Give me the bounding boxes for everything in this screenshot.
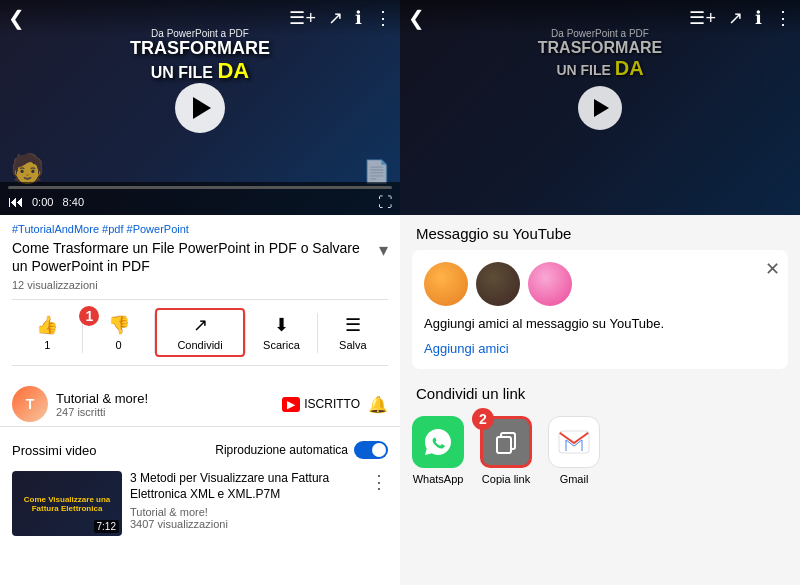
close-card-button[interactable]: ✕	[765, 258, 780, 280]
related-video-thumb: Come Visualizzare una Fattura Elettronic…	[12, 471, 122, 536]
whatsapp-label: WhatsApp	[413, 473, 464, 485]
auto-play-toggle[interactable]	[354, 441, 388, 459]
right-video-title-overlay: TRASFORMAREUN FILE DA	[400, 39, 800, 79]
share-section: Messaggio su YouTube ✕ Aggiungi amici al…	[400, 215, 800, 585]
like-icon: 👍	[36, 314, 58, 336]
right-panel: Da PowerPoint a PDF TRASFORMAREUN FILE D…	[400, 0, 800, 585]
hashtags[interactable]: #TutorialAndMore #pdf #PowerPoint	[12, 223, 388, 235]
right-video-player[interactable]: Da PowerPoint a PDF TRASFORMAREUN FILE D…	[400, 0, 800, 215]
left-panel: ❮ ☰+ ↗ ℹ ⋮ Da PowerPoint a PDF TRASFORMA…	[0, 0, 400, 585]
right-more-icon[interactable]: ⋮	[774, 7, 792, 29]
auto-play-row: Riproduzione automatica	[215, 441, 388, 459]
condividi-link-header: Condividi un link	[400, 377, 800, 408]
share-apps-row: WhatsApp 2 Copia link	[400, 408, 800, 493]
video-title-overlay: TRASFORMAREUN FILE DA	[0, 39, 400, 83]
right-play-button[interactable]	[578, 86, 622, 130]
skip-back-icon[interactable]: ⏮	[8, 193, 24, 211]
related-video-item[interactable]: Come Visualizzare una Fattura Elettronic…	[0, 465, 400, 542]
save-button[interactable]: ☰ Salva	[318, 314, 388, 351]
video-top-bar: ❮ ☰+ ↗ ℹ ⋮	[0, 0, 400, 36]
toggle-knob	[372, 443, 386, 457]
whatsapp-icon	[412, 416, 464, 468]
whatsapp-share-app[interactable]: WhatsApp	[412, 416, 464, 485]
dislike-count: 0	[116, 339, 122, 351]
more-options-related-icon[interactable]: ⋮	[370, 471, 388, 493]
right-info-icon[interactable]: ℹ	[755, 7, 762, 29]
video-player[interactable]: ❮ ☰+ ↗ ℹ ⋮ Da PowerPoint a PDF TRASFORMA…	[0, 0, 400, 215]
video-controls: ⏮ 0:00 8:40 ⛶	[0, 182, 400, 215]
step-2-badge: 2	[472, 408, 494, 430]
subscribe-button[interactable]: ▶ ISCRITTO	[282, 397, 360, 412]
share-label: Condividi	[177, 339, 222, 351]
gmail-label: Gmail	[560, 473, 589, 485]
right-share-icon[interactable]: ↗	[728, 7, 743, 29]
prossimi-header: Prossimi video Riproduzione automatica	[0, 433, 400, 465]
play-button[interactable]	[175, 83, 225, 133]
action-buttons-row: 👍 1 1 👎 0 ↗ Condividi ⬇ Scarica ☰	[12, 299, 388, 366]
share-icon: ↗	[193, 314, 208, 336]
copy-link-label: Copia link	[482, 473, 530, 485]
notification-bell-icon[interactable]: 🔔	[368, 395, 388, 414]
save-label: Salva	[339, 339, 367, 351]
expand-icon[interactable]: ▾	[379, 239, 388, 262]
copy-link-wrapper: 2 Copia link	[480, 416, 532, 485]
like-button[interactable]: 👍 1	[12, 314, 82, 351]
contact-avatar-2	[476, 262, 520, 306]
info-icon[interactable]: ℹ	[355, 7, 362, 29]
time-display: 0:00 8:40	[32, 196, 84, 208]
contact-avatar-1	[424, 262, 468, 306]
progress-bar[interactable]	[8, 186, 392, 189]
messaggio-header: Messaggio su YouTube	[400, 215, 800, 250]
related-video-duration: 7:12	[94, 520, 119, 533]
add-friends-text: Aggiungi amici al messaggio su YouTube.	[424, 316, 776, 331]
related-video-info: 3 Metodi per Visualizzare una Fattura El…	[130, 471, 362, 529]
related-video-title: 3 Metodi per Visualizzare una Fattura El…	[130, 471, 362, 502]
channel-info: Tutorial & more! 247 iscritti	[56, 391, 274, 418]
channel-name[interactable]: Tutorial & more!	[56, 391, 274, 406]
gmail-share-app[interactable]: Gmail	[548, 416, 600, 485]
gmail-icon	[548, 416, 600, 468]
share-button[interactable]: ↗ Condividi	[155, 308, 245, 357]
step-1-badge: 1	[79, 306, 99, 326]
fullscreen-icon[interactable]: ⛶	[378, 194, 392, 210]
contact-avatar-3	[528, 262, 572, 306]
dislike-button[interactable]: 1 👎 0	[83, 314, 153, 351]
character-left: 🧑	[10, 152, 45, 185]
save-icon: ☰	[345, 314, 361, 336]
channel-avatar: T	[12, 386, 48, 422]
aggiungi-amici-button[interactable]: Aggiungi amici	[424, 341, 509, 356]
channel-row: T Tutorial & more! 247 iscritti ▶ ISCRIT…	[0, 382, 400, 427]
more-options-icon[interactable]: ⋮	[374, 7, 392, 29]
dislike-icon: 👎	[108, 314, 130, 336]
related-thumb-content: Come Visualizzare una Fattura Elettronic…	[12, 491, 122, 517]
youtube-icon: ▶	[282, 397, 300, 412]
svg-rect-1	[497, 437, 511, 453]
video-title: Come Trasformare un File PowerPoint in P…	[12, 239, 375, 275]
right-menu-icon[interactable]: ☰+	[689, 7, 716, 29]
like-count: 1	[44, 339, 50, 351]
prossimi-title: Prossimi video	[12, 443, 97, 458]
channel-subs: 247 iscritti	[56, 406, 274, 418]
related-video-views: 3407 visualizzazioni	[130, 518, 362, 530]
youtube-message-card: ✕ Aggiungi amici al messaggio su YouTube…	[412, 250, 788, 369]
download-button[interactable]: ⬇ Scarica	[246, 314, 316, 351]
download-icon: ⬇	[274, 314, 289, 336]
avatars-row	[424, 262, 776, 306]
right-back-icon[interactable]: ❮	[408, 6, 425, 30]
download-label: Scarica	[263, 339, 300, 351]
view-count: 12 visualizzazioni	[12, 279, 388, 291]
auto-play-label: Riproduzione automatica	[215, 443, 348, 457]
subscribe-label: ISCRITTO	[304, 397, 360, 411]
related-video-channel: Tutorial & more!	[130, 506, 362, 518]
right-top-bar: ❮ ☰+ ↗ ℹ ⋮	[400, 0, 800, 36]
add-to-playlist-icon[interactable]: ☰+	[289, 7, 316, 29]
back-icon[interactable]: ❮	[8, 6, 25, 30]
share-video-icon[interactable]: ↗	[328, 7, 343, 29]
video-info: #TutorialAndMore #pdf #PowerPoint Come T…	[0, 215, 400, 382]
